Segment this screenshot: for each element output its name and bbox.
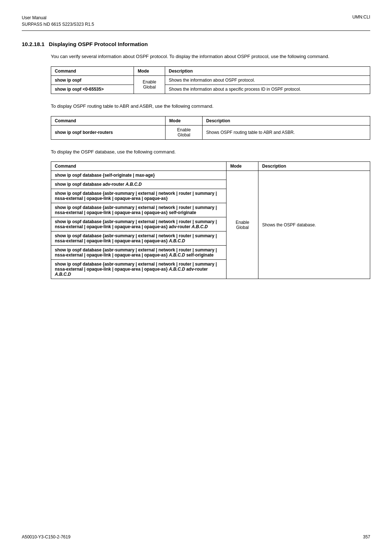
table1-col-mode: Mode (134, 66, 165, 75)
between-text1: To display OSPF routing table to ABR and… (51, 103, 370, 110)
table3-cmd8: show ip ospf database {asbr-summary | ex… (51, 260, 226, 279)
page-footer: A50010-Y3-C150-2-7619 357 (22, 534, 370, 539)
table1-col-command: Command (51, 66, 134, 75)
table3-desc1: Shows the OSPF database. (258, 171, 370, 279)
page: User Manual SURPASS hiD 6615 S223/S323 R… (0, 0, 392, 554)
page-header: User Manual SURPASS hiD 6615 S223/S323 R… (22, 15, 370, 28)
table2-mode1: EnableGlobal (166, 125, 203, 139)
table2-col-command: Command (51, 116, 166, 125)
header-right: UMN:CLI (352, 15, 370, 20)
table2-col-description: Description (203, 116, 370, 125)
table-row: show ip ospf border-routers EnableGlobal… (51, 125, 370, 139)
table-row: show ip ospf database {self-originate | … (51, 171, 370, 180)
table1-cmd2: show ip ospf <0-65535> (51, 85, 134, 94)
table1-cmd1: show ip ospf (51, 75, 134, 85)
table3-mode1: EnableGlobal (226, 171, 258, 279)
table-row: show ip ospf <0-65535> Shows the informa… (51, 85, 370, 94)
table-row: show ip ospf EnableGlobal Shows the info… (51, 75, 370, 85)
header-divider (22, 30, 370, 31)
table3-cmd1: show ip ospf database {self-originate | … (51, 171, 226, 180)
table2-col-mode: Mode (166, 116, 203, 125)
table1-desc2: Shows the information about a specific p… (165, 85, 370, 94)
table3-cmd2: show ip ospf database adv-router A.B.C.D (51, 180, 226, 189)
table1: Command Mode Description show ip ospf En… (51, 66, 370, 94)
header-left: User Manual SURPASS hiD 6615 S223/S323 R… (22, 15, 94, 28)
table1-col-description: Description (165, 66, 370, 75)
table3-col-command: Command (51, 162, 226, 171)
section-title: 10.2.18.1Displaying OSPF Protocol Inform… (22, 41, 370, 47)
table3-cmd6: show ip ospf database {asbr-summary | ex… (51, 231, 226, 246)
table3-header-row: Command Mode Description (51, 162, 370, 171)
table1-desc1: Shows the information about OSPF protoco… (165, 75, 370, 85)
table2: Command Mode Description show ip ospf bo… (51, 116, 370, 140)
table3-table: Command Mode Description show ip ospf da… (51, 161, 370, 279)
table3-col-mode: Mode (226, 162, 258, 171)
table1-table: Command Mode Description show ip ospf En… (51, 66, 370, 94)
between-text2: To display the OSPF database, use the fo… (51, 148, 370, 156)
table2-cmd1: show ip ospf border-routers (51, 125, 166, 139)
table3-cmd5: show ip ospf database {asbr-summary | ex… (51, 217, 226, 231)
table3-col-description: Description (258, 162, 370, 171)
table3-cmd3: show ip ospf database {asbr-summary | ex… (51, 189, 226, 203)
intro-text: You can verify several information about… (51, 53, 370, 61)
table3-cmd4: show ip ospf database {asbr-summary | ex… (51, 203, 226, 217)
table2-table: Command Mode Description show ip ospf bo… (51, 116, 370, 140)
footer-left: A50010-Y3-C150-2-7619 (22, 534, 70, 539)
table1-mode1: EnableGlobal (134, 75, 165, 94)
footer-right: 357 (363, 534, 370, 539)
table3-cmd7: show ip ospf database {asbr-summary | ex… (51, 246, 226, 260)
table2-desc1: Shows OSPF routing table to ABR and ASBR… (203, 125, 370, 139)
table2-header-row: Command Mode Description (51, 116, 370, 125)
header-subtitle: SURPASS hiD 6615 S223/S323 R1.5 (22, 21, 94, 28)
header-title: User Manual (22, 15, 94, 21)
table3: Command Mode Description show ip ospf da… (51, 161, 370, 279)
table1-header-row: Command Mode Description (51, 66, 370, 75)
